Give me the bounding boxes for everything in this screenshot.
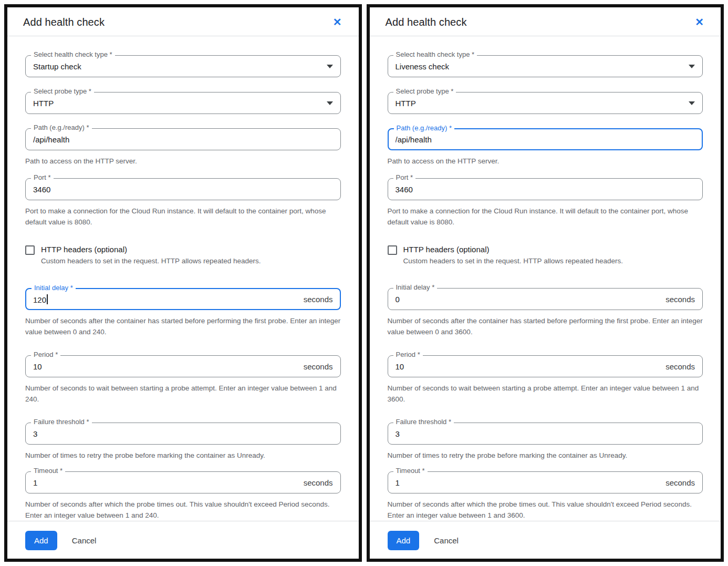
seconds-suffix: seconds [665, 478, 695, 487]
port-label: Port * [393, 174, 416, 181]
period-label: Period * [31, 351, 60, 358]
add-button[interactable]: Add [25, 531, 57, 550]
dialog-body: Select health check type * Liveness chec… [370, 36, 721, 521]
probe-type-label: Select probe type * [31, 88, 94, 95]
seconds-suffix: seconds [304, 362, 333, 371]
dialog-footer: Add Cancel [7, 521, 359, 562]
close-icon[interactable]: ✕ [694, 16, 705, 28]
port-value: 3460 [396, 185, 695, 194]
period-helper-text: Number of seconds to wait between starti… [25, 383, 341, 405]
period-input[interactable]: Period * 10 seconds [25, 355, 341, 377]
health-check-type-select[interactable]: Select health check type * Liveness chec… [388, 55, 703, 77]
path-helper-text: Path to access on the HTTP server. [25, 156, 341, 167]
timeout-value: 1 [396, 478, 662, 487]
dialog-body: Select health check type * Startup check… [7, 36, 359, 521]
seconds-suffix: seconds [665, 295, 695, 304]
text-cursor [47, 294, 48, 304]
health-check-type-label: Select health check type * [31, 51, 115, 58]
probe-type-value: HTTP [33, 99, 323, 108]
chevron-down-icon [689, 65, 695, 68]
http-headers-label: HTTP headers (optional) [41, 244, 261, 255]
http-headers-label: HTTP headers (optional) [403, 244, 623, 255]
failure-threshold-helper-text: Number of times to retry the probe befor… [25, 450, 341, 461]
health-check-type-value: Startup check [33, 62, 323, 71]
period-input[interactable]: Period * 10 seconds [388, 355, 703, 377]
failure-threshold-input[interactable]: Failure threshold * 3 [25, 423, 341, 445]
initial-delay-label: Initial delay * [32, 284, 76, 292]
failure-threshold-value: 3 [33, 429, 333, 438]
port-label: Port * [31, 174, 54, 181]
period-helper-text: Number of seconds to wait between starti… [388, 383, 703, 405]
path-input[interactable]: Path (e.g./ready) * /api/health [25, 128, 341, 150]
failure-threshold-value: 3 [396, 429, 695, 438]
failure-threshold-input[interactable]: Failure threshold * 3 [388, 423, 703, 445]
add-button[interactable]: Add [388, 531, 420, 550]
dialog-footer: Add Cancel [370, 521, 721, 562]
timeout-label: Timeout * [393, 467, 428, 475]
timeout-input[interactable]: Timeout * 1 seconds [25, 471, 341, 493]
health-check-type-select[interactable]: Select health check type * Startup check [25, 55, 341, 77]
dialog-header: Add health check ✕ [370, 7, 721, 36]
initial-delay-value: 120 [33, 294, 299, 304]
period-value: 10 [396, 362, 662, 371]
probe-type-value: HTTP [396, 99, 685, 108]
health-check-type-value: Liveness check [396, 62, 685, 71]
http-headers-helper-text: Custom headers to set in the request. HT… [403, 256, 623, 266]
initial-delay-helper-text: Number of seconds after the container ha… [25, 315, 341, 337]
initial-delay-input[interactable]: Initial delay * 0 seconds [388, 288, 703, 310]
port-input[interactable]: Port * 3460 [388, 178, 703, 200]
path-input[interactable]: Path (e.g./ready) * /api/health [388, 128, 703, 150]
initial-delay-helper-text: Number of seconds after the container ha… [388, 315, 703, 337]
chevron-down-icon [327, 101, 333, 105]
port-helper-text: Port to make a connection for the Cloud … [25, 205, 341, 228]
failure-threshold-helper-text: Number of times to retry the probe befor… [388, 450, 703, 461]
http-headers-helper-text: Custom headers to set in the request. HT… [41, 256, 261, 266]
dialog-title: Add health check [23, 16, 105, 28]
port-helper-text: Port to make a connection for the Cloud … [388, 205, 703, 228]
add-health-check-dialog-liveness: Add health check ✕ Select health check t… [367, 4, 724, 562]
dialog-header: Add health check ✕ [7, 7, 359, 36]
cancel-button[interactable]: Cancel [72, 536, 97, 545]
failure-threshold-label: Failure threshold * [31, 418, 92, 426]
cancel-button[interactable]: Cancel [434, 536, 459, 545]
seconds-suffix: seconds [304, 478, 333, 487]
chevron-down-icon [327, 65, 333, 68]
period-label: Period * [393, 351, 423, 358]
health-check-type-label: Select health check type * [393, 51, 477, 58]
path-label: Path (e.g./ready) * [31, 124, 92, 131]
close-icon[interactable]: ✕ [332, 16, 343, 28]
path-label: Path (e.g./ready) * [394, 125, 455, 132]
timeout-label: Timeout * [31, 467, 65, 475]
period-value: 10 [33, 362, 299, 371]
seconds-suffix: seconds [665, 362, 695, 371]
dialog-title: Add health check [386, 16, 467, 28]
port-value: 3460 [33, 185, 333, 194]
timeout-input[interactable]: Timeout * 1 seconds [388, 471, 703, 493]
timeout-helper-text: Number of seconds after which the probe … [388, 499, 703, 521]
initial-delay-input[interactable]: Initial delay * 120 seconds [25, 288, 341, 310]
initial-delay-value: 0 [396, 295, 662, 304]
timeout-helper-text: Number of seconds after which the probe … [25, 499, 341, 521]
probe-type-label: Select probe type * [393, 88, 456, 95]
chevron-down-icon [689, 101, 695, 105]
http-headers-row: HTTP headers (optional) Custom headers t… [25, 244, 341, 266]
http-headers-checkbox[interactable] [25, 245, 35, 255]
path-helper-text: Path to access on the HTTP server. [388, 156, 703, 167]
http-headers-checkbox[interactable] [388, 245, 397, 255]
http-headers-row: HTTP headers (optional) Custom headers t… [388, 244, 703, 266]
initial-delay-label: Initial delay * [393, 284, 438, 291]
seconds-suffix: seconds [304, 295, 333, 304]
path-value: /api/health [33, 135, 333, 144]
probe-type-select[interactable]: Select probe type * HTTP [25, 92, 341, 114]
add-health-check-dialog-startup: Add health check ✕ Select health check t… [4, 4, 362, 562]
path-value: /api/health [396, 135, 695, 144]
timeout-value: 1 [33, 478, 299, 487]
port-input[interactable]: Port * 3460 [25, 178, 341, 200]
probe-type-select[interactable]: Select probe type * HTTP [388, 92, 703, 114]
failure-threshold-label: Failure threshold * [393, 418, 454, 426]
